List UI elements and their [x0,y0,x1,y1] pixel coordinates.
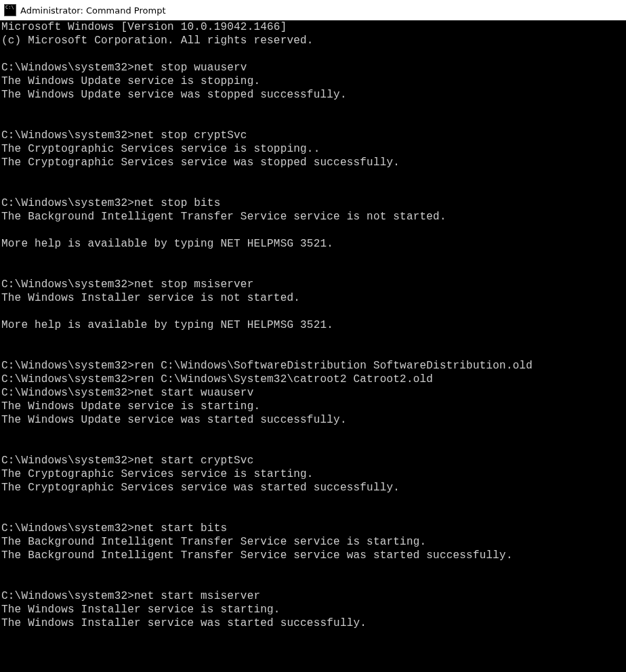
window-title: Administrator: Command Prompt [20,5,166,16]
terminal-output[interactable]: Microsoft Windows [Version 10.0.19042.14… [0,20,626,657]
cmd-icon [4,4,16,16]
title-bar[interactable]: Administrator: Command Prompt [0,0,626,20]
